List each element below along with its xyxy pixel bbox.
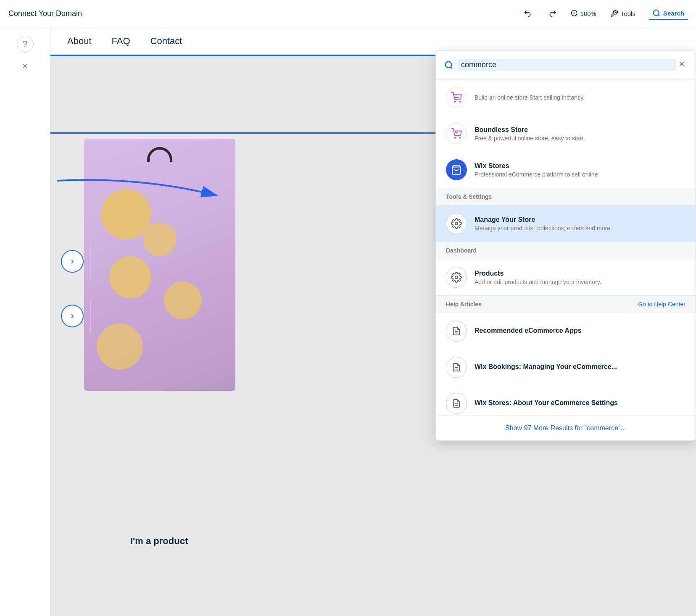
result-item-wix-stores-settings[interactable]: Wix Stores: About Your eCommerce Setting… bbox=[436, 385, 696, 416]
result-title-products: Products bbox=[475, 270, 685, 277]
product-name: I'm a product bbox=[130, 536, 188, 547]
product-image bbox=[84, 139, 235, 391]
result-icon-wix-bookings bbox=[446, 357, 467, 378]
result-text-online-store: Build an online store Start selling inst… bbox=[475, 94, 685, 101]
show-more-results-link[interactable]: Show 97 More Results for "commerce"... bbox=[505, 424, 626, 432]
go-to-help-center-link[interactable]: Go to Help Center bbox=[638, 301, 685, 308]
svg-point-14 bbox=[455, 222, 458, 225]
zoom-indicator: 100% bbox=[570, 9, 596, 18]
result-icon-recommended-apps bbox=[446, 321, 467, 342]
search-clear-button[interactable] bbox=[676, 58, 687, 71]
svg-point-5 bbox=[446, 61, 452, 68]
result-title-wix-stores: Wix Stores bbox=[475, 162, 685, 170]
result-item-online-store[interactable]: Build an online store Start selling inst… bbox=[436, 79, 696, 116]
result-text-wix-stores: Wix Stores Professional eCommerce platfo… bbox=[475, 162, 685, 178]
side-divider-2 bbox=[90, 300, 91, 334]
result-text-products: Products Add or edit products and manage… bbox=[475, 270, 685, 285]
nav-circle-1[interactable]: › bbox=[61, 250, 84, 273]
site-nav-about[interactable]: About bbox=[67, 36, 92, 47]
zoom-value: 100% bbox=[580, 10, 596, 17]
result-icon-boundless bbox=[446, 123, 467, 144]
result-item-wix-bookings[interactable]: Wix Bookings: Managing Your eCommerce... bbox=[436, 349, 696, 385]
result-title-wix-bookings: Wix Bookings: Managing Your eCommerce... bbox=[475, 363, 685, 371]
toolbar: Connect Your Domain 100% Tools Search bbox=[0, 0, 696, 27]
section-label-help: Help Articles bbox=[446, 301, 482, 308]
result-icon-online-store bbox=[446, 87, 467, 108]
result-desc-manage-store: Manage your products, collections, order… bbox=[475, 225, 685, 232]
result-text-wix-bookings: Wix Bookings: Managing Your eCommerce... bbox=[475, 363, 685, 372]
result-title-manage-store: Manage Your Store bbox=[475, 216, 685, 224]
bag-handle bbox=[147, 147, 172, 162]
main-content: ? × About FAQ Contact e! organize › › bbox=[0, 27, 696, 616]
bag-circle-4 bbox=[164, 282, 202, 319]
result-text-recommended-apps: Recommended eCommerce Apps bbox=[475, 327, 685, 336]
tools-button[interactable]: Tools bbox=[606, 8, 639, 19]
section-label-tools: Tools & Settings bbox=[446, 193, 492, 200]
result-icon-manage-store bbox=[446, 213, 467, 234]
svg-line-6 bbox=[451, 67, 452, 68]
nav-circle-1-icon: › bbox=[71, 256, 74, 267]
result-item-manage-store[interactable]: Manage Your Store Manage your products, … bbox=[436, 205, 696, 242]
svg-line-3 bbox=[658, 15, 660, 16]
result-title-boundless: Boundless Store bbox=[475, 126, 685, 134]
result-desc-online-store: Build an online store Start selling inst… bbox=[475, 94, 685, 101]
section-header-help: Help Articles Go to Help Center bbox=[436, 295, 696, 313]
undo-button[interactable] bbox=[520, 8, 535, 19]
result-desc-wix-stores: Professional eCommerce platform to sell … bbox=[475, 171, 685, 178]
result-text-manage-store: Manage Your Store Manage your products, … bbox=[475, 216, 685, 232]
search-panel: Build an online store Start selling inst… bbox=[435, 50, 696, 441]
nav-circle-2-icon: › bbox=[71, 311, 74, 321]
svg-point-10 bbox=[460, 101, 461, 102]
result-item-products[interactable]: Products Add or edit products and manage… bbox=[436, 259, 696, 295]
site-nav-faq[interactable]: FAQ bbox=[112, 36, 130, 47]
nav-circle-2[interactable]: › bbox=[61, 305, 84, 327]
toolbar-actions: 100% Tools Search bbox=[520, 7, 688, 20]
result-title-wix-stores-settings: Wix Stores: About Your eCommerce Setting… bbox=[475, 399, 685, 407]
result-icon-products bbox=[446, 267, 467, 288]
site-nav-contact[interactable]: Contact bbox=[150, 36, 182, 47]
svg-point-15 bbox=[455, 276, 458, 279]
help-icon: ? bbox=[22, 39, 27, 50]
bag-circle-1 bbox=[101, 189, 151, 240]
result-text-boundless: Boundless Store Free & powerful online s… bbox=[475, 126, 685, 142]
result-item-wix-stores[interactable]: Wix Stores Professional eCommerce platfo… bbox=[436, 152, 696, 188]
svg-point-12 bbox=[460, 137, 461, 138]
result-text-wix-stores-settings: Wix Stores: About Your eCommerce Setting… bbox=[475, 399, 685, 408]
search-results: Build an online store Start selling inst… bbox=[436, 79, 696, 416]
search-button[interactable]: Search bbox=[649, 7, 688, 20]
section-header-dashboard: Dashboard bbox=[436, 242, 696, 259]
svg-point-11 bbox=[455, 137, 456, 138]
redo-button[interactable] bbox=[545, 8, 560, 19]
search-input[interactable] bbox=[458, 59, 676, 71]
search-icon bbox=[444, 61, 453, 70]
result-title-recommended-apps: Recommended eCommerce Apps bbox=[475, 327, 685, 334]
toolbar-title: Connect Your Domain bbox=[8, 9, 520, 18]
bag-circle-5 bbox=[97, 324, 143, 370]
help-button[interactable]: ? bbox=[17, 36, 34, 53]
bag-circle-3 bbox=[109, 256, 151, 298]
search-footer: Show 97 More Results for "commerce"... bbox=[436, 416, 696, 440]
result-icon-wix-stores bbox=[446, 159, 467, 180]
svg-point-2 bbox=[653, 10, 659, 16]
search-label: Search bbox=[663, 10, 684, 17]
result-desc-products: Add or edit products and manage your inv… bbox=[475, 279, 685, 285]
tools-label: Tools bbox=[621, 10, 635, 17]
bag-circle-2 bbox=[143, 223, 177, 256]
result-icon-wix-stores-settings bbox=[446, 393, 467, 414]
svg-point-9 bbox=[455, 101, 456, 102]
section-label-dashboard: Dashboard bbox=[446, 247, 477, 254]
result-desc-boundless: Free & powerful online store, easy to st… bbox=[475, 135, 685, 142]
result-item-boundless[interactable]: Boundless Store Free & powerful online s… bbox=[436, 116, 696, 152]
close-icon: × bbox=[22, 61, 28, 71]
left-panel: ? × bbox=[0, 27, 50, 616]
side-divider-1 bbox=[90, 246, 91, 279]
search-input-row bbox=[436, 51, 696, 79]
section-header-tools: Tools & Settings bbox=[436, 188, 696, 205]
result-item-recommended-apps[interactable]: Recommended eCommerce Apps bbox=[436, 313, 696, 349]
close-button[interactable]: × bbox=[22, 61, 28, 72]
